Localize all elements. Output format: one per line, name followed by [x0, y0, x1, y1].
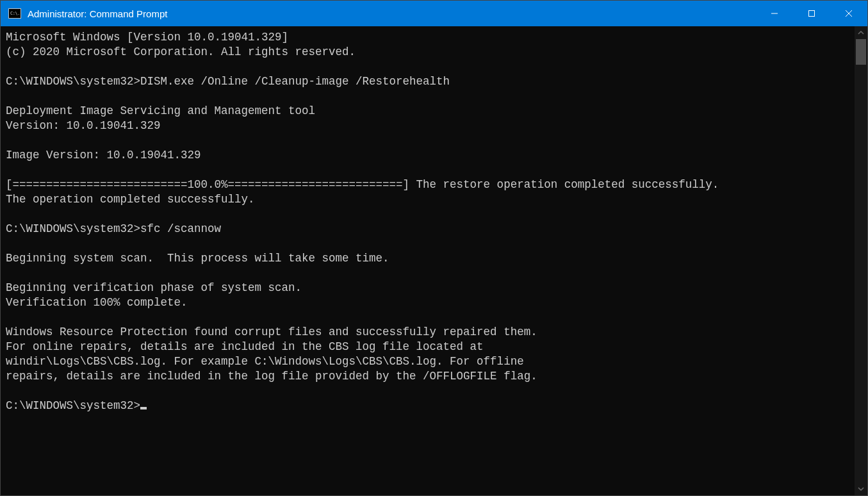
- scroll-up-button[interactable]: [855, 26, 867, 39]
- console-line: C:\WINDOWS\system32>: [6, 399, 849, 413]
- console-area: Microsoft Windows [Version 10.0.19041.32…: [1, 26, 867, 495]
- console-line: Beginning system scan. This process will…: [6, 251, 849, 266]
- console-line: Image Version: 10.0.19041.329: [6, 148, 849, 163]
- console-line: Beginning verification phase of system s…: [6, 281, 849, 295]
- console-output[interactable]: Microsoft Windows [Version 10.0.19041.32…: [1, 26, 855, 495]
- console-line: [6, 236, 849, 251]
- console-line: Microsoft Windows [Version 10.0.19041.32…: [6, 30, 849, 45]
- maximize-button[interactable]: [793, 1, 830, 26]
- command-prompt-window: C:\. Administrator: Command Prompt Micro…: [0, 0, 868, 496]
- console-line: Deployment Image Servicing and Managemen…: [6, 104, 849, 119]
- console-line: C:\WINDOWS\system32>sfc /scannow: [6, 222, 849, 236]
- console-line: [==========================100.0%=======…: [6, 178, 849, 192]
- scroll-down-button[interactable]: [855, 483, 867, 495]
- console-line: [6, 60, 849, 74]
- console-line: [6, 310, 849, 325]
- minimize-icon: [771, 10, 778, 17]
- console-line: Version: 10.0.19041.329: [6, 119, 849, 133]
- svg-rect-1: [809, 11, 815, 17]
- vertical-scrollbar[interactable]: [855, 26, 867, 495]
- app-icon[interactable]: C:\.: [8, 8, 21, 19]
- console-line: [6, 163, 849, 178]
- console-line: Verification 100% complete.: [6, 295, 849, 310]
- console-line: [6, 384, 849, 399]
- app-icon-text: C:\.: [10, 12, 20, 16]
- console-line: Windows Resource Protection found corrup…: [6, 325, 849, 340]
- console-line: [6, 207, 849, 222]
- console-line: C:\WINDOWS\system32>DISM.exe /Online /Cl…: [6, 74, 849, 89]
- minimize-button[interactable]: [756, 1, 793, 26]
- console-line: [6, 89, 849, 104]
- console-line: For online repairs, details are included…: [6, 340, 849, 354]
- console-line: repairs, details are included in the log…: [6, 369, 849, 384]
- console-line: windir\Logs\CBS\CBS.log. For example C:\…: [6, 354, 849, 369]
- console-line: [6, 133, 849, 148]
- close-button[interactable]: [830, 1, 867, 26]
- cursor: [140, 407, 147, 409]
- chevron-down-icon: [858, 486, 864, 492]
- scrollbar-track[interactable]: [855, 39, 867, 483]
- maximize-icon: [808, 10, 815, 17]
- chevron-up-icon: [858, 29, 864, 36]
- console-line: (c) 2020 Microsoft Corporation. All righ…: [6, 45, 849, 60]
- titlebar[interactable]: C:\. Administrator: Command Prompt: [1, 1, 867, 26]
- window-controls: [756, 1, 867, 26]
- close-icon: [845, 10, 853, 17]
- scrollbar-thumb[interactable]: [856, 39, 866, 65]
- console-line: [6, 266, 849, 281]
- window-title: Administrator: Command Prompt: [28, 8, 167, 19]
- console-line: The operation completed successfully.: [6, 192, 849, 207]
